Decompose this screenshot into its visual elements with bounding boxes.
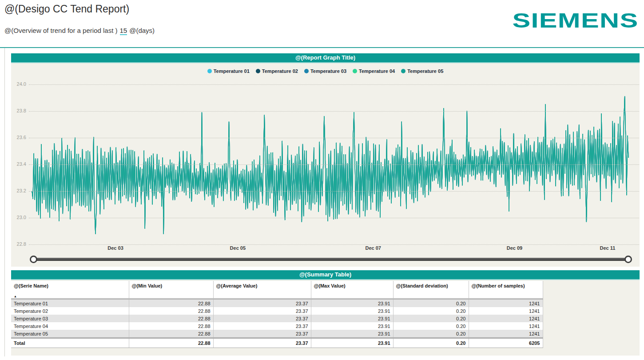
trend-line-series [32,96,628,234]
value-cell: 23.37 [213,322,311,330]
y-axis-label: 23.2 [11,188,26,193]
series-name-cell: Temperature 04 [11,322,129,330]
x-axis-label: Dec 11 [600,245,616,251]
value-cell: 1241 [469,315,543,322]
sort-ascending-icon: ▲ [14,295,17,298]
value-cell: 23.37 [213,330,311,338]
value-cell: 22.88 [129,322,213,330]
value-cell: 1241 [469,330,543,338]
summary-table-header-row: @(Serie Name)▲@(Min Value)@(Average Valu… [11,281,543,299]
value-cell: 22.88 [129,338,213,348]
y-axis-label: 23.6 [11,135,26,140]
value-cell: 23.37 [213,299,311,308]
summary-section: @(Summary Table) @(Serie Name)▲@(Min Val… [11,270,640,356]
y-axis-label: 24.0 [11,81,26,87]
series-name-cell: Temperature 03 [11,315,129,322]
gridline [29,84,639,85]
column-header[interactable]: @(Max Value) [311,281,393,299]
y-axis-label: 23.0 [11,215,26,220]
gridline [29,164,639,165]
value-cell: 6205 [469,338,543,348]
y-axis-label: 22.8 [11,241,26,247]
column-header[interactable]: @(Number of samples) [469,281,543,299]
slider-handle-left[interactable] [30,256,37,263]
value-cell: 1241 [469,322,543,330]
subtitle-suffix: @(days) [129,27,155,34]
value-cell: 23.37 [213,315,311,322]
series-name-cell: Temperature 05 [11,330,129,338]
value-cell: 22.88 [129,330,213,338]
value-cell: 0.20 [393,322,469,330]
gridline [29,138,639,138]
series-name-cell: Total [11,338,129,348]
y-axis-label: 23.4 [11,161,26,167]
value-cell: 0.20 [393,299,469,308]
chart-panel: Temperature 01Temperature 02Temperature … [11,63,640,267]
x-axis-label: Dec 03 [107,245,123,251]
slider-handle-right[interactable] [624,256,632,263]
value-cell: 23.91 [311,338,393,348]
value-cell: 0.20 [393,315,469,322]
value-cell: 23.91 [311,315,393,322]
column-header[interactable]: @(Standard deviation) [393,281,469,299]
table-row: Temperature 0522.8823.3723.910.201241 [11,330,543,338]
table-row: Temperature 0422.8823.3723.910.201241 [11,322,543,330]
total-row: Total22.8823.3723.910.206205 [11,338,543,348]
value-cell: 23.37 [213,307,311,315]
gridline [29,111,639,112]
time-range-slider-track[interactable] [34,258,628,261]
report-title: @(Desigo CC Tend Report) [4,3,129,15]
table-row: Temperature 0222.8823.3723.910.201241 [11,307,543,315]
value-cell: 0.20 [393,307,469,315]
column-header[interactable]: @(Average Value) [213,281,311,299]
value-cell: 22.88 [129,299,213,308]
column-header[interactable]: @(Min Value) [129,281,213,299]
table-row: Temperature 0122.8823.3723.910.201241 [11,299,543,308]
gridline [29,218,639,218]
summary-title-bar: @(Summary Table) [11,270,640,280]
summary-table-panel: @(Serie Name)▲@(Min Value)@(Average Valu… [11,280,640,356]
value-cell: 0.20 [393,330,469,338]
siemens-logo: SIEMENS [513,8,639,32]
value-cell: 23.91 [311,307,393,315]
trend-lines-svg [32,63,628,267]
y-axis-label: 23.8 [11,108,26,113]
header-divider [0,47,644,48]
report-page: @(Desigo CC Tend Report) @(Overview of t… [0,0,644,360]
report-subtitle: @(Overview of trend for a period last )1… [4,27,155,35]
value-cell: 23.91 [311,322,393,330]
table-row: Temperature 0322.8823.3723.910.201241 [11,315,543,322]
value-cell: 22.88 [129,307,213,315]
x-axis-label: Dec 05 [230,245,246,251]
value-cell: 1241 [469,299,543,308]
gridline [29,191,639,192]
value-cell: 23.37 [213,338,311,348]
value-cell: 0.20 [393,338,469,348]
chart-section: @(Report Graph Title) Temperature 01Temp… [11,53,640,267]
value-cell: 1241 [469,307,543,315]
series-name-cell: Temperature 01 [11,299,129,308]
column-header[interactable]: @(Serie Name)▲ [11,281,129,299]
x-axis-label: Dec 09 [507,245,522,251]
value-cell: 23.91 [311,299,393,308]
value-cell: 23.91 [311,330,393,338]
period-days-value[interactable]: 15 [120,27,127,35]
gridline [29,244,639,245]
value-cell: 22.88 [129,315,213,322]
page-left-border [4,48,5,356]
series-name-cell: Temperature 02 [11,307,129,315]
subtitle-prefix: @(Overview of trend for a period last ) [4,27,118,34]
summary-table-body: Temperature 0122.8823.3723.910.201241Tem… [11,299,543,348]
graph-title-bar: @(Report Graph Title) [11,53,640,63]
x-axis-label: Dec 07 [365,245,381,251]
summary-table: @(Serie Name)▲@(Min Value)@(Average Valu… [11,281,543,348]
